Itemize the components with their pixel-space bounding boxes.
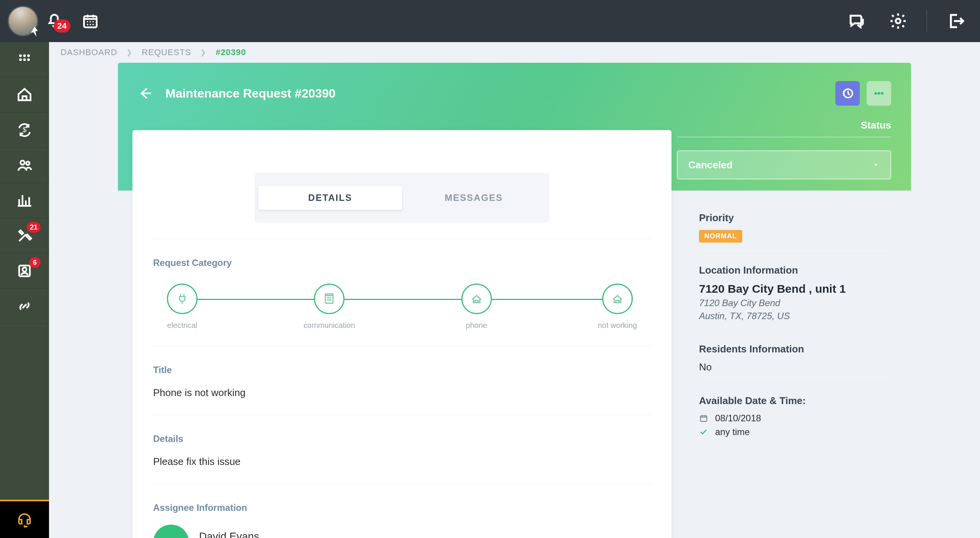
title-label: Title bbox=[153, 365, 651, 375]
calendar-icon bbox=[699, 414, 708, 423]
sidebar-item-contacts[interactable]: 6 bbox=[0, 253, 49, 289]
category-stepper: electrical communication phone not bbox=[167, 284, 637, 330]
section-assignee: Assignee Information DE David Evans land… bbox=[153, 484, 651, 538]
step-electrical: electrical bbox=[167, 284, 198, 330]
divider bbox=[926, 10, 927, 32]
chevron-right-icon: ❯ bbox=[126, 48, 132, 57]
content-area: DASHBOARD ❯ REQUESTS ❯ #20390 Maintenanc… bbox=[49, 42, 980, 538]
history-button[interactable] bbox=[835, 81, 860, 106]
status-label: Status bbox=[677, 119, 891, 137]
step-phone: phone bbox=[461, 284, 492, 330]
check-icon bbox=[699, 427, 708, 437]
breadcrumb-requests[interactable]: REQUESTS bbox=[142, 47, 191, 57]
step-label: communication bbox=[304, 321, 355, 330]
sidebar: $ 21 6 bbox=[0, 42, 49, 538]
divider bbox=[677, 137, 891, 137]
location-block: Location Information 7120 Bay City Bend … bbox=[699, 254, 891, 333]
bar-chart-icon bbox=[16, 192, 33, 209]
details-value: Please fix this issue bbox=[153, 456, 651, 468]
available-label: Available Date & Time: bbox=[699, 395, 891, 407]
sidebar-item-reports[interactable] bbox=[0, 183, 49, 218]
user-avatar[interactable] bbox=[8, 6, 38, 36]
tab-messages[interactable]: MESSAGES bbox=[402, 186, 546, 210]
step-not-working: not working bbox=[598, 284, 637, 330]
svg-point-18 bbox=[23, 267, 27, 272]
assignee-avatar: DE bbox=[153, 525, 189, 538]
info-column: Priority NORMAL Location Information 712… bbox=[671, 191, 911, 538]
chat-button[interactable] bbox=[848, 12, 866, 30]
breadcrumb-current: #20390 bbox=[216, 47, 246, 57]
sidebar-item-link[interactable] bbox=[0, 289, 49, 324]
assignee-name: David Evans bbox=[199, 530, 299, 538]
location-label: Location Information bbox=[699, 264, 891, 276]
settings-button[interactable] bbox=[889, 12, 907, 30]
svg-point-8 bbox=[19, 54, 22, 57]
notifications-badge: 24 bbox=[54, 20, 70, 33]
svg-point-12 bbox=[23, 58, 26, 61]
tab-details[interactable]: DETAILS bbox=[258, 186, 402, 210]
pin-icon bbox=[29, 27, 39, 37]
sidebar-item-people[interactable] bbox=[0, 148, 49, 183]
back-button[interactable] bbox=[138, 86, 152, 101]
residents-label: Residents Information bbox=[699, 343, 891, 355]
breadcrumb-dashboard[interactable]: DASHBOARD bbox=[60, 47, 117, 57]
title-value: Phone is not working bbox=[153, 387, 651, 399]
details-label: Details bbox=[153, 434, 651, 444]
grid-icon bbox=[16, 52, 33, 68]
svg-point-11 bbox=[19, 58, 22, 61]
sidebar-item-property[interactable] bbox=[0, 77, 49, 112]
section-title: Title Phone is not working bbox=[153, 346, 651, 399]
page-title: Maintenance Request #20390 bbox=[165, 86, 336, 101]
tabs: DETAILS MESSAGES bbox=[255, 173, 549, 223]
svg-point-6 bbox=[93, 24, 94, 25]
location-line2: Austin, TX, 78725, US bbox=[699, 311, 891, 321]
notifications-button[interactable]: 24 bbox=[46, 13, 63, 29]
money-cycle-icon: $ bbox=[16, 122, 33, 138]
step-label: electrical bbox=[167, 321, 198, 330]
svg-rect-23 bbox=[325, 296, 333, 303]
step-label: not working bbox=[598, 321, 637, 330]
available-date: 08/10/2018 bbox=[715, 413, 761, 424]
svg-point-3 bbox=[93, 21, 94, 23]
logout-button[interactable] bbox=[946, 12, 965, 30]
available-block: Available Date & Time: 08/10/2018 any ti… bbox=[699, 384, 891, 448]
svg-point-15 bbox=[21, 160, 25, 165]
svg-point-2 bbox=[90, 21, 91, 23]
section-details: Details Please fix this issue bbox=[153, 415, 651, 468]
residents-block: Residents Information No bbox=[699, 333, 891, 384]
status-select[interactable]: Canceled bbox=[677, 150, 891, 179]
sidebar-item-maintenance[interactable]: 21 bbox=[0, 218, 49, 253]
sidebar-item-payments[interactable]: $ bbox=[0, 112, 49, 148]
calendar-button[interactable] bbox=[82, 13, 99, 29]
assignee-label: Assignee Information bbox=[153, 502, 651, 513]
priority-badge: NORMAL bbox=[699, 230, 742, 243]
status-value: Canceled bbox=[688, 159, 733, 171]
svg-point-21 bbox=[877, 92, 880, 95]
available-time: any time bbox=[715, 427, 750, 437]
breadcrumb: DASHBOARD ❯ REQUESTS ❯ #20390 bbox=[49, 42, 980, 63]
chevron-right-icon: ❯ bbox=[200, 48, 206, 57]
sidebar-item-apps[interactable] bbox=[0, 42, 49, 77]
more-options-button[interactable] bbox=[867, 81, 891, 106]
residents-value: No bbox=[699, 361, 891, 373]
svg-text:$: $ bbox=[23, 126, 26, 134]
link-icon bbox=[16, 298, 33, 314]
priority-block: Priority NORMAL bbox=[699, 201, 891, 254]
people-icon bbox=[16, 157, 33, 173]
svg-point-10 bbox=[27, 54, 30, 57]
svg-point-4 bbox=[87, 24, 88, 25]
svg-point-20 bbox=[874, 92, 877, 95]
topbar: 24 bbox=[0, 0, 980, 42]
svg-point-1 bbox=[87, 21, 88, 23]
sidebar-support[interactable] bbox=[0, 500, 49, 538]
location-line1: 7120 Bay City Bend bbox=[699, 298, 891, 308]
maintenance-badge: 21 bbox=[27, 222, 41, 233]
svg-point-7 bbox=[896, 19, 900, 23]
svg-point-16 bbox=[26, 161, 29, 165]
step-label: phone bbox=[466, 321, 487, 330]
chevron-down-icon bbox=[872, 161, 880, 169]
priority-label: Priority bbox=[699, 212, 891, 224]
svg-point-5 bbox=[90, 24, 91, 25]
location-main: 7120 Bay City Bend , unit 1 bbox=[699, 282, 891, 295]
contacts-badge: 6 bbox=[29, 257, 41, 268]
